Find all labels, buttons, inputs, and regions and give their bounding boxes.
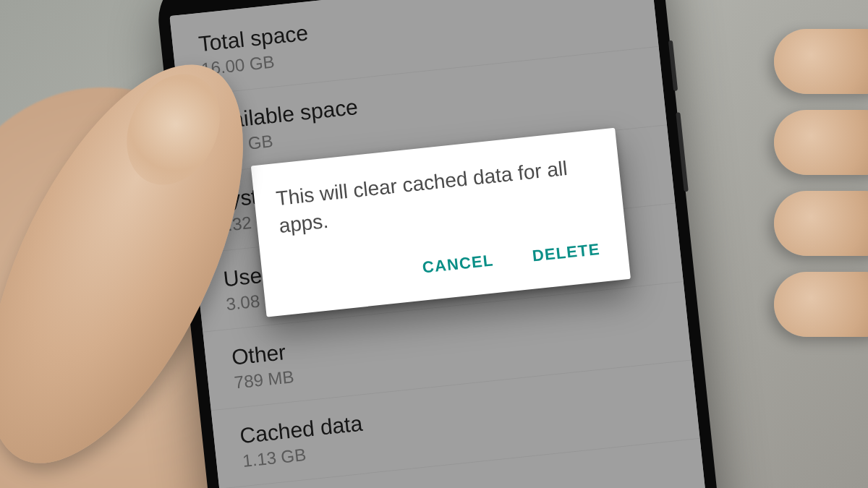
delete-button[interactable]: DELETE [528,232,605,273]
dialog-message: This will clear cached data for all apps… [275,152,601,240]
cancel-button[interactable]: CANCEL [418,244,498,285]
phone-screen: Total space 16.00 GB Available space 5.9… [169,0,741,488]
phone-frame: Total space 16.00 GB Available space 5.9… [154,0,757,488]
